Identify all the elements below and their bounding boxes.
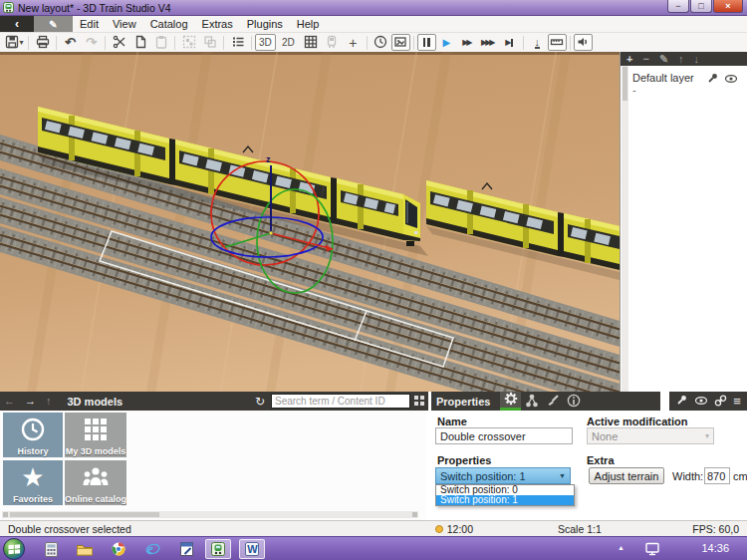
viewport-3d[interactable]: z (0, 52, 620, 392)
eye-icon[interactable] (694, 395, 708, 409)
taskbar-clock[interactable]: 14:36 (701, 542, 729, 554)
taskbar: e W ▲ 14:36 (0, 536, 747, 560)
tile-my-3d-models[interactable]: My 3D models (65, 413, 126, 457)
link-icon[interactable] (714, 395, 727, 409)
print-button[interactable] (32, 34, 53, 51)
remove-layer-icon[interactable]: − (642, 54, 648, 65)
ungroup-button[interactable] (199, 34, 220, 51)
tab-properties-gear[interactable] (500, 392, 521, 411)
tray-display-icon[interactable] (645, 542, 660, 558)
save-button[interactable]: ▾ (4, 34, 25, 51)
taskbar-train-studio-icon[interactable] (205, 539, 231, 559)
taskbar-calculator-icon[interactable] (38, 539, 64, 559)
option-switch-1[interactable]: Switch position: 1 (436, 495, 574, 505)
name-field[interactable] (435, 427, 573, 444)
paste-button[interactable] (150, 34, 171, 51)
download-icon: ↓ (535, 37, 541, 49)
layer-visibility-icon[interactable] (724, 73, 738, 87)
menu-view[interactable]: View (106, 16, 143, 32)
history-clock-icon (3, 417, 63, 442)
scroll-left-arrow[interactable] (3, 512, 8, 517)
models-up-icon[interactable]: ↑ (46, 396, 52, 407)
add-button[interactable]: + (343, 34, 364, 51)
layers-scrollbar[interactable] (622, 66, 628, 392)
toolbar-separator (570, 36, 571, 50)
maximize-button[interactable]: □ (690, 0, 712, 13)
properties-panel-header: Properties (431, 392, 660, 411)
tab-paint[interactable] (542, 392, 563, 411)
train-mode-button[interactable] (322, 34, 343, 51)
menu-icon[interactable]: ≡ (733, 394, 741, 409)
toolbar-separator (523, 36, 524, 50)
close-button[interactable]: × (713, 0, 743, 13)
grid-toggle[interactable] (301, 34, 322, 51)
group-button[interactable] (178, 34, 199, 51)
rename-layer-icon[interactable]: ✎ (659, 54, 668, 65)
active-modification-select[interactable]: None ▾ (587, 427, 714, 444)
new-page-button[interactable] (129, 34, 150, 51)
edit-mode-button[interactable]: ✎ (34, 16, 73, 32)
tab-info[interactable] (563, 392, 584, 411)
layer-row[interactable]: Default layer - (632, 72, 744, 96)
scroll-right-arrow[interactable] (412, 512, 417, 517)
taskbar-ie-icon[interactable]: e (139, 539, 165, 559)
taskbar-chrome-icon[interactable] (106, 539, 131, 559)
tile-online-catalog[interactable]: Online catalog (65, 460, 126, 505)
move-layer-down-icon[interactable]: ↓ (694, 54, 700, 65)
pause-toggle[interactable] (417, 34, 436, 51)
measure-toggle[interactable] (548, 34, 567, 51)
hierarchy-icon (525, 394, 539, 410)
clock-button[interactable] (371, 34, 391, 51)
models-back-icon[interactable]: ← (4, 396, 15, 407)
tile-favorites[interactable]: ★ Favorites (3, 460, 63, 505)
view-grid-icon[interactable] (414, 396, 424, 408)
start-button[interactable] (3, 538, 25, 560)
play-icon: ▶ (442, 37, 450, 48)
adjust-terrain-button[interactable]: Adjust terrain (589, 467, 664, 484)
tile-history[interactable]: History (3, 413, 63, 457)
move-layer-up-icon[interactable]: ↑ (678, 54, 684, 65)
cut-button[interactable] (109, 34, 129, 51)
switch-position-options: Switch position: 0 Switch position: 1 (435, 484, 575, 506)
sound-toggle[interactable] (574, 34, 593, 51)
menu-plugins[interactable]: Plugins (240, 16, 290, 32)
menu-help[interactable]: Help (290, 16, 327, 32)
scene-svg[interactable]: z (0, 52, 620, 392)
fast-forward-button[interactable]: ▶▶ (457, 34, 478, 51)
refresh-icon[interactable]: ↻ (255, 396, 265, 408)
scroll-thumb[interactable] (10, 512, 159, 517)
taskbar-word-icon[interactable]: W (239, 539, 265, 559)
tab-connections[interactable] (521, 392, 542, 411)
layer-pin-icon[interactable] (706, 73, 718, 87)
taskbar-explorer-icon[interactable] (72, 539, 98, 559)
menu-extras[interactable]: Extras (195, 16, 240, 32)
group-icon (182, 35, 196, 51)
back-button[interactable]: ‹ (0, 16, 34, 32)
search-input[interactable] (271, 394, 410, 409)
minimize-button[interactable]: − (667, 0, 689, 13)
event-log-toggle[interactable] (391, 34, 410, 51)
redo-button[interactable]: ↷ (81, 34, 102, 51)
models-panel-title: 3D models (68, 396, 124, 408)
undo-button[interactable]: ↶ (60, 34, 81, 51)
tray-expand-icon[interactable]: ▲ (618, 544, 624, 551)
download-button[interactable]: ↓ (527, 34, 548, 51)
menu-edit[interactable]: Edit (73, 16, 106, 32)
add-layer-icon[interactable]: + (626, 54, 632, 65)
models-forward-icon[interactable]: → (25, 396, 36, 407)
faster-forward-button[interactable]: ▶▶▶ (478, 34, 499, 51)
skip-to-end-button[interactable]: ▶ (499, 34, 520, 51)
view-3d-toggle[interactable]: 3D (255, 34, 276, 51)
width-field[interactable] (704, 467, 730, 484)
view-2d-toggle[interactable]: 2D (276, 34, 301, 51)
models-panel-body: History My 3D models ★ Favorites Online … (0, 411, 426, 520)
play-button[interactable]: ▶ (436, 34, 457, 51)
star-icon: ★ (3, 464, 63, 490)
clock-icon (374, 35, 387, 51)
taskbar-editor-icon[interactable] (173, 539, 199, 559)
pin-icon[interactable] (675, 395, 687, 409)
menu-catalog[interactable]: Catalog (143, 16, 195, 32)
object-list-button[interactable] (227, 34, 248, 51)
switch-position-dropdown[interactable]: Switch position: 1 ▼ (435, 467, 571, 484)
models-hscrollbar[interactable] (2, 511, 418, 518)
